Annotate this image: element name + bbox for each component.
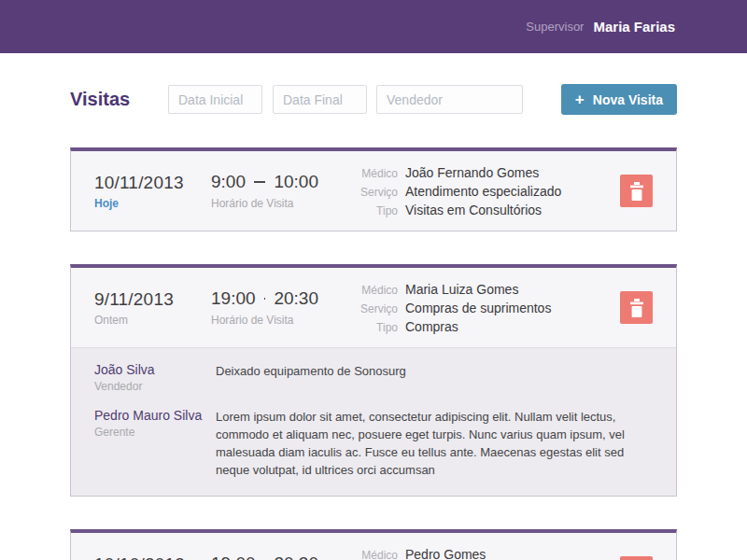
trash-icon <box>628 299 645 317</box>
comment-text: Deixado equipamento de Sonosurg <box>216 362 653 381</box>
field-row-servico: Serviço Atendimento especializado <box>318 184 561 199</box>
field-label: Médico <box>318 284 398 297</box>
visit-time-block: 19:00 20:30 Horário de Visita <box>211 288 318 327</box>
visit-card-main: 10/10/2013 1 mês atrás 19:00 20:30 Horár… <box>71 533 676 560</box>
page-title: Visitas <box>70 89 168 110</box>
field-value: Pedro Gomes <box>405 547 486 560</box>
visit-date-block: 10/10/2013 1 mês atrás <box>94 554 211 560</box>
trash-icon <box>628 182 645 201</box>
comment-author-role: Vendedor <box>94 380 216 393</box>
visit-time-label: Horário de Visita <box>211 314 318 327</box>
field-value: Compras de suprimentos <box>405 301 551 315</box>
date-end-input[interactable] <box>273 85 367 114</box>
main-content: Visitas + Nova Visita 10/11/2013 Hoje 9:… <box>0 84 747 560</box>
visit-comments: João Silva Vendedor Deixado equipamento … <box>71 347 676 496</box>
field-row-tipo: Tipo Compras <box>318 319 551 334</box>
user-name: Maria Farias <box>593 19 675 35</box>
visit-time-start: 19:00 <box>211 288 256 309</box>
visit-date: 10/11/2013 <box>94 173 211 193</box>
visit-card: 10/11/2013 Hoje 9:00 10:00 Horário de Vi… <box>70 147 677 231</box>
field-row-medico: Médico Maria Luiza Gomes <box>318 282 551 297</box>
field-value: Atendimento especializado <box>405 184 561 199</box>
visit-fields: Médico João Fernando Gomes Serviço Atend… <box>318 161 561 221</box>
time-range-dash <box>254 181 265 183</box>
comment-author: João Silva <box>94 362 216 377</box>
comment-author-role: Gerente <box>94 426 216 439</box>
field-value: Maria Luiza Gomes <box>405 282 518 297</box>
toolbar: Visitas + Nova Visita <box>70 84 677 115</box>
comment-text: Lorem ipsum dolor sit amet, consectetur … <box>216 408 653 479</box>
visit-time-end: 20:30 <box>274 553 318 560</box>
visit-fields: Médico Maria Luiza Gomes Serviço Compras… <box>318 278 551 338</box>
vendor-input[interactable] <box>376 85 523 114</box>
visit-card-main: 9/11/2013 Ontem 19:00 20:30 Horário de V… <box>71 268 676 347</box>
field-value: João Fernando Gomes <box>405 165 539 180</box>
field-value: Visitas em Consultórios <box>405 203 542 217</box>
visit-date: 10/10/2013 <box>94 554 211 560</box>
visit-fields: Médico Pedro Gomes Serviço Consulta Tipo… <box>318 543 486 560</box>
comment-row: João Silva Vendedor Deixado equipamento … <box>94 362 653 393</box>
field-label: Serviço <box>318 302 398 315</box>
comment-author-block: Pedro Mauro Silva Gerente <box>94 408 216 439</box>
visit-time-range: 9:00 10:00 <box>211 172 318 192</box>
visit-card: 10/10/2013 1 mês atrás 19:00 20:30 Horár… <box>70 529 677 560</box>
new-visit-button[interactable]: + Nova Visita <box>561 84 677 115</box>
comment-row: Pedro Mauro Silva Gerente Lorem ipsum do… <box>94 408 653 479</box>
visit-time-range: 19:00 20:30 <box>211 553 318 560</box>
comment-author: Pedro Mauro Silva <box>94 408 216 423</box>
field-label: Tipo <box>318 204 398 217</box>
visit-date: 9/11/2013 <box>94 289 211 310</box>
visit-time-range: 19:00 20:30 <box>211 288 318 309</box>
field-label: Tipo <box>318 321 398 334</box>
visit-time-start: 19:00 <box>211 553 256 560</box>
date-start-input[interactable] <box>168 85 262 114</box>
visit-time-label: Horário de Visita <box>211 197 318 210</box>
visit-date-block: 10/11/2013 Hoje <box>94 173 211 210</box>
user-role-label: Supervisor <box>526 20 584 34</box>
comment-author-block: João Silva Vendedor <box>94 362 216 393</box>
delete-visit-button[interactable] <box>620 175 653 207</box>
visit-time-end: 20:30 <box>274 288 318 309</box>
visit-card: 9/11/2013 Ontem 19:00 20:30 Horário de V… <box>70 264 677 497</box>
visit-time-end: 10:00 <box>274 172 318 192</box>
field-row-servico: Serviço Compras de suprimentos <box>318 301 551 315</box>
delete-visit-button[interactable] <box>620 291 653 324</box>
delete-visit-button[interactable] <box>620 556 653 560</box>
visit-time-start: 9:00 <box>211 172 246 192</box>
field-row-medico: Médico Pedro Gomes <box>318 547 486 560</box>
page: Supervisor Maria Farias Visitas + Nova V… <box>0 0 747 560</box>
new-visit-button-label: Nova Visita <box>593 92 663 107</box>
visit-time-block: 9:00 10:00 Horário de Visita <box>211 172 318 210</box>
plus-icon: + <box>575 91 585 107</box>
field-row-tipo: Tipo Visitas em Consultórios <box>318 203 561 217</box>
field-label: Médico <box>318 549 398 560</box>
time-range-dash <box>264 298 266 300</box>
field-value: Compras <box>405 319 458 334</box>
field-row-medico: Médico João Fernando Gomes <box>318 165 561 180</box>
visit-date-block: 9/11/2013 Ontem <box>94 289 211 327</box>
visit-date-note: Hoje <box>94 197 211 210</box>
field-label: Serviço <box>318 186 398 199</box>
top-bar: Supervisor Maria Farias <box>0 0 747 53</box>
visit-date-note: Ontem <box>94 314 211 327</box>
visit-time-block: 19:00 20:30 Horário de Visita <box>211 553 318 560</box>
field-label: Médico <box>318 167 398 180</box>
visit-card-main: 10/11/2013 Hoje 9:00 10:00 Horário de Vi… <box>71 151 676 231</box>
